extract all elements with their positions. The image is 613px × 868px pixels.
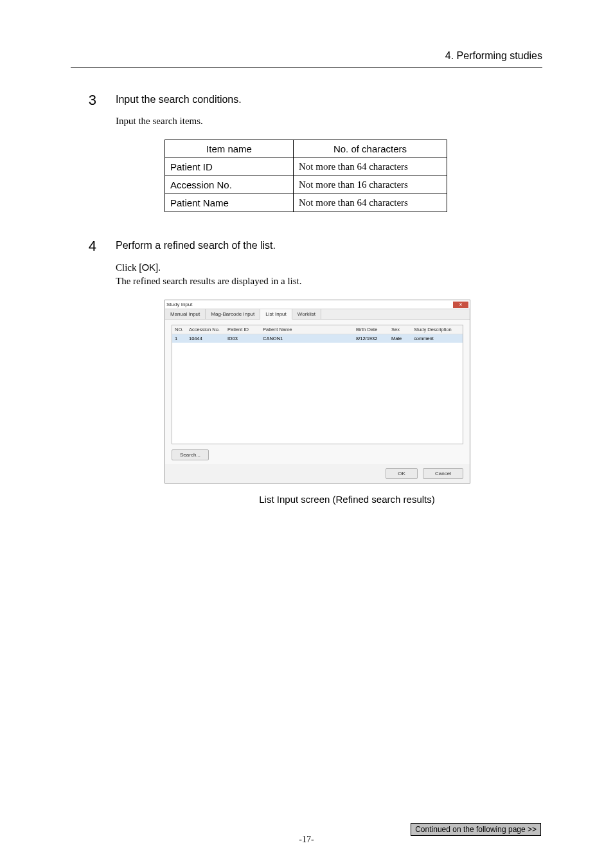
step-title: Input the search conditions. <box>116 92 542 105</box>
dialog-titlebar: Study Input ✕ <box>165 300 470 309</box>
close-button[interactable]: ✕ <box>453 302 468 308</box>
spec-td-chars: Not more than 16 characters <box>294 176 447 194</box>
step-desc: Input the search items. <box>116 114 542 128</box>
step-4: 4 Perform a refined search of the list. … <box>71 238 542 505</box>
cell-patient-id: ID03 <box>225 334 260 343</box>
tab-mag-barcode-input[interactable]: Mag-Barcode Input <box>206 309 260 320</box>
page-number: -17- <box>0 835 613 845</box>
spec-td-item: Patient ID <box>165 158 294 176</box>
text: Click <box>116 262 139 273</box>
spec-th-chars: No. of characters <box>294 140 447 158</box>
figure-caption: List Input screen (Refined search result… <box>152 494 542 505</box>
step-number: 3 <box>71 92 96 231</box>
cell-patient-name: CANON1 <box>260 334 353 343</box>
tab-worklist[interactable]: Worklist <box>292 309 321 320</box>
cancel-button[interactable]: Cancel <box>423 468 463 479</box>
col-sex[interactable]: Sex <box>389 325 411 334</box>
continued-badge: Continued on the following page >> <box>411 823 541 836</box>
spec-td-chars: Not more than 64 characters <box>294 194 447 212</box>
col-accession[interactable]: Accession No. <box>186 325 225 334</box>
spec-td-chars: Not more than 64 characters <box>294 158 447 176</box>
step-desc: Click [OK]. The refined search results a… <box>116 260 542 288</box>
cell-sex: Male <box>389 334 411 343</box>
header-rule <box>71 67 542 68</box>
col-study-desc[interactable]: Study Description <box>411 325 463 334</box>
spec-th-item: Item name <box>165 140 294 158</box>
tab-list-input[interactable]: List Input <box>260 309 292 320</box>
col-patient-id[interactable]: Patient ID <box>225 325 260 334</box>
text: . <box>158 262 161 273</box>
cell-birth-date: 8/12/1932 <box>353 334 389 343</box>
cell-accession: 10444 <box>186 334 225 343</box>
spec-table: Item name No. of characters Patient ID N… <box>164 140 447 212</box>
step-3: 3 Input the search conditions. Input the… <box>71 92 542 231</box>
search-button[interactable]: Search... <box>172 449 209 460</box>
tabs-spacer <box>321 309 470 320</box>
col-patient-name[interactable]: Patient Name <box>260 325 353 334</box>
ok-literal: [OK] <box>139 262 158 273</box>
section-header: 4. Performing studies <box>71 50 542 67</box>
dialog-title: Study Input <box>166 302 453 307</box>
text: The refined search results are displayed… <box>116 276 301 286</box>
step-number: 4 <box>71 238 96 505</box>
col-birth-date[interactable]: Birth Date <box>353 325 389 334</box>
list-header-row: NO. Accession No. Patient ID Patient Nam… <box>172 325 463 334</box>
cell-no: 1 <box>172 334 186 343</box>
ok-button[interactable]: OK <box>386 468 418 479</box>
dialog-tabs: Manual Input Mag-Barcode Input List Inpu… <box>165 309 470 320</box>
tab-manual-input[interactable]: Manual Input <box>165 309 206 320</box>
list-row[interactable]: 1 10444 ID03 CANON1 8/12/1932 Male comme… <box>172 334 463 343</box>
result-list[interactable]: NO. Accession No. Patient ID Patient Nam… <box>172 325 463 444</box>
cell-study-desc: comment <box>411 334 463 343</box>
study-input-dialog: Study Input ✕ Manual Input Mag-Barcode I… <box>164 300 470 484</box>
step-title: Perform a refined search of the list. <box>116 238 542 251</box>
spec-td-item: Accession No. <box>165 176 294 194</box>
spec-td-item: Patient Name <box>165 194 294 212</box>
col-no[interactable]: NO. <box>172 325 186 334</box>
